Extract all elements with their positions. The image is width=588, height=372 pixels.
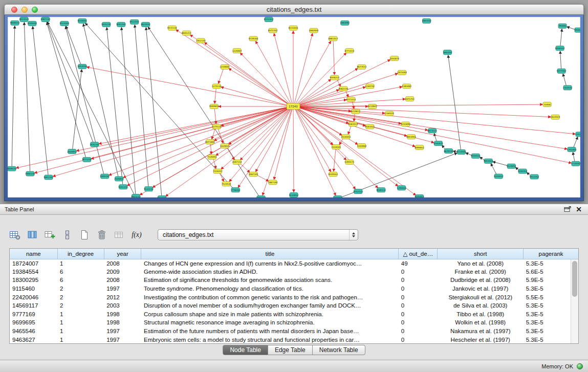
paper-node[interactable]: 7524544 [222, 182, 231, 186]
citation-edge[interactable] [297, 106, 551, 117]
paper-node[interactable]: 9124132 [144, 187, 154, 191]
cell-year[interactable]: 1997 [104, 285, 141, 293]
citation-edge[interactable] [176, 30, 290, 105]
cell-out_de[interactable]: 0 [399, 335, 438, 344]
paper-node[interactable]: 1160742 [365, 84, 375, 89]
paper-node[interactable]: 9154694 [401, 122, 410, 126]
paper-node[interactable]: 8854932 [406, 135, 416, 139]
paper-node[interactable]: 1973493 [397, 70, 407, 75]
citation-edge[interactable] [297, 100, 346, 106]
trash-icon[interactable] [95, 228, 108, 242]
paper-node[interactable]: 1294042 [397, 186, 406, 190]
paper-node[interactable]: 8549322 [329, 172, 338, 177]
cell-in_degree[interactable]: 1 [57, 310, 104, 319]
cell-pagerank[interactable]: 5.3E-5 [524, 327, 578, 336]
citation-edge[interactable] [353, 102, 354, 109]
paper-node[interactable]: 9582133 [339, 86, 349, 91]
paper-node[interactable]: 8677013 [357, 64, 366, 69]
cell-year[interactable]: 2008 [104, 259, 141, 268]
paper-node[interactable]: 9771414 [346, 97, 356, 102]
citation-edge[interactable] [212, 129, 215, 139]
paper-node[interactable]: 1887193 [268, 180, 278, 185]
cell-title[interactable]: Estimation of the future numbers of pati… [141, 327, 399, 336]
paper-node[interactable]: 1912134 [196, 38, 206, 43]
citation-edge[interactable] [448, 55, 461, 149]
citation-edge[interactable] [221, 108, 290, 169]
paper-node[interactable]: 95046 [558, 24, 567, 28]
paper-node[interactable]: 9023442 [141, 22, 150, 27]
citation-edge[interactable] [297, 87, 402, 106]
show-columns-icon[interactable] [26, 228, 39, 242]
paper-node[interactable]: 8572342 [268, 28, 278, 33]
import-table-icon[interactable] [113, 228, 126, 242]
table-row[interactable]: 969969511998Structural magnetic resonanc… [10, 318, 578, 327]
citation-edge[interactable] [47, 22, 93, 142]
citation-edge[interactable] [293, 109, 294, 192]
cell-name[interactable]: 22420046 [10, 293, 57, 301]
citation-edge[interactable] [121, 28, 136, 194]
network-window-titlebar[interactable]: citations_edges.txt [4, 4, 584, 15]
cell-short[interactable]: Wolkin et al. (1998) [438, 318, 524, 327]
paper-node[interactable]: 9245012 [494, 174, 504, 179]
paper-node[interactable]: 1664092 [340, 20, 350, 25]
cell-title[interactable]: Genome-wide association studies in ADHD. [141, 268, 399, 276]
column-header-title[interactable]: title [141, 249, 399, 259]
cell-short[interactable]: de Silva et al. (2003) [438, 301, 524, 310]
cell-in_degree[interactable]: 1 [57, 327, 104, 336]
citation-edge[interactable] [148, 27, 258, 196]
citation-edge[interactable] [221, 87, 289, 106]
citation-edge[interactable] [229, 69, 290, 105]
citation-edge[interactable] [238, 108, 291, 187]
paper-node[interactable]: 9114502 [456, 150, 466, 155]
cell-short[interactable]: Nakamura et al. (1997) [438, 327, 524, 336]
citation-edge[interactable] [48, 22, 134, 194]
paper-node[interactable]: 9102452 [518, 169, 528, 173]
column-header-out_de[interactable]: △ out_de… [399, 249, 438, 259]
citation-edge[interactable] [297, 60, 390, 105]
citation-edge[interactable] [274, 33, 292, 104]
cell-pagerank[interactable]: 5.3E-5 [524, 259, 578, 268]
citation-edge[interactable] [12, 26, 15, 166]
paper-node[interactable]: 9103442 [28, 21, 37, 26]
tab-network-table[interactable]: Network Table [313, 345, 365, 355]
cell-out_de[interactable]: 0 [399, 310, 438, 319]
column-header-in_degree[interactable]: in_degree [57, 249, 104, 259]
table-row[interactable]: 1830029562008Estimation of significance … [10, 276, 578, 285]
paper-node[interactable]: 7316447 [213, 169, 223, 173]
cell-in_degree[interactable]: 6 [57, 276, 104, 285]
cell-out_de[interactable]: 0 [399, 268, 438, 276]
cell-year[interactable]: 2012 [104, 293, 141, 301]
paper-node[interactable]: 1518445 [332, 145, 341, 149]
citation-edge[interactable] [83, 24, 118, 177]
cell-year[interactable]: 1997 [104, 335, 141, 344]
paper-node[interactable]: 7204900 [357, 144, 366, 148]
table-row[interactable]: 1938455462009Genome-wide association stu… [10, 268, 578, 276]
paper-node[interactable]: 5905332 [100, 174, 110, 179]
paper-node[interactable]: 9087132 [41, 17, 51, 21]
cell-out_de[interactable]: 0 [399, 301, 438, 310]
cell-out_de[interactable]: 0 [399, 276, 438, 285]
cell-in_degree[interactable]: 6 [57, 268, 104, 276]
table-row[interactable]: 911546021997Tourette syndrome. Phenomeno… [10, 285, 578, 293]
cell-short[interactable]: Dudbridge et al. (2008) [438, 276, 524, 285]
paper-node[interactable]: 2240684 [220, 64, 230, 69]
paper-node[interactable]: 2526632 [114, 177, 124, 181]
memory-status-led[interactable] [577, 363, 583, 369]
cell-pagerank[interactable]: 5.3E-5 [524, 335, 578, 344]
citation-edge[interactable] [241, 164, 250, 172]
cell-year[interactable]: 1997 [104, 327, 141, 336]
citation-edge[interactable] [297, 107, 567, 149]
citation-edge[interactable] [297, 90, 339, 105]
cell-year[interactable]: 2009 [104, 268, 141, 276]
citation-edge[interactable] [573, 152, 574, 161]
close-panel-icon[interactable]: ✕ [574, 205, 583, 213]
citation-edge[interactable] [210, 144, 211, 154]
cell-in_degree[interactable]: 1 [57, 335, 104, 344]
citation-edge[interactable] [560, 29, 562, 46]
cell-out_de[interactable]: 0 [399, 293, 438, 301]
citation-edge[interactable] [53, 107, 289, 176]
paper-node[interactable]: 2045032 [333, 196, 343, 198]
add-column-icon[interactable] [43, 228, 56, 242]
cell-in_degree[interactable]: 2 [57, 293, 104, 301]
paper-node[interactable]: 2067154 [232, 160, 242, 164]
